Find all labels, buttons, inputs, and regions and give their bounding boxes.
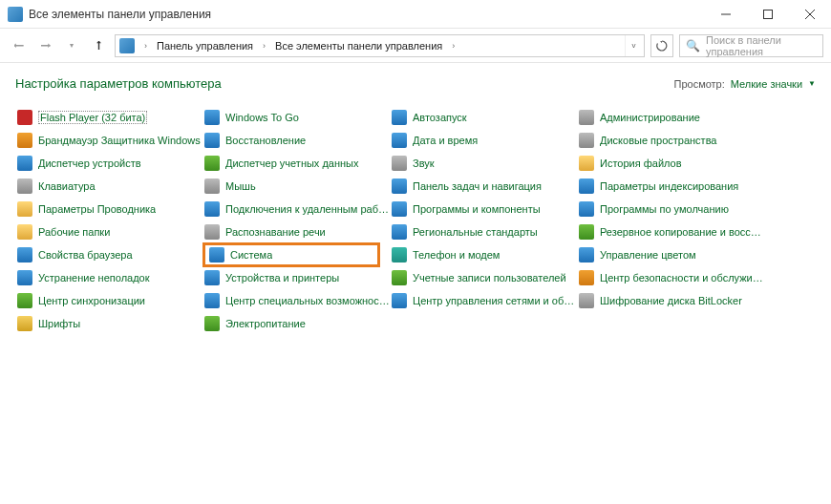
item-programs-features-icon (392, 201, 407, 217)
item-bitlocker[interactable]: Шифрование диска BitLocker (577, 291, 764, 310)
address-bar[interactable]: › Панель управления › Все элементы панел… (115, 34, 645, 57)
recent-dropdown[interactable]: ▾ (61, 35, 82, 56)
item-firewall[interactable]: Брандмауэр Защитника Windows (15, 131, 202, 150)
item-label: Подключения к удаленным рабоч... (225, 203, 390, 215)
item-indexing[interactable]: Параметры индексирования (577, 177, 764, 196)
item-label: Электропитание (225, 318, 306, 329)
item-label: Восстановление (225, 135, 306, 146)
item-explorer-options-icon (17, 201, 32, 217)
item-label: Дисковые пространства (600, 135, 717, 146)
item-power-options[interactable]: Электропитание (202, 314, 390, 333)
item-fonts-icon (17, 316, 32, 331)
content-area: Настройка параметров компьютера Просмотр… (0, 63, 831, 333)
chevron-right-icon[interactable]: › (140, 41, 151, 51)
item-label: Центр синхронизации (38, 295, 145, 306)
window-controls (705, 0, 831, 29)
view-value[interactable]: Мелкие значки (731, 78, 802, 90)
item-ease-of-access[interactable]: Центр специальных возможностей (202, 291, 390, 310)
svg-rect-1 (764, 10, 773, 18)
item-label: Звук (413, 158, 435, 169)
item-ease-of-access-icon (204, 293, 220, 308)
item-phone-modem-icon (392, 247, 407, 262)
navbar: 🠔 🠖 ▾ 🠕 › Панель управления › Все элемен… (0, 29, 831, 63)
item-date-time[interactable]: Дата и время (390, 131, 577, 150)
search-input[interactable]: 🔍 Поиск в панели управления (679, 34, 823, 57)
item-label: Центр управления сетями и общи... (413, 295, 577, 306)
breadcrumb-seg-2[interactable]: Все элементы панели управления (273, 40, 444, 52)
item-speech[interactable]: Распознавание речи (202, 222, 390, 242)
item-credential-manager[interactable]: Диспетчер учетных данных (202, 154, 390, 173)
item-label: Центр специальных возможностей (225, 295, 390, 306)
refresh-button[interactable] (650, 34, 673, 57)
item-work-folders-icon (17, 224, 32, 240)
item-work-folders[interactable]: Рабочие папки (15, 222, 202, 242)
item-admin-tools[interactable]: Администрирование (577, 108, 764, 127)
up-button[interactable]: 🠕 (88, 35, 109, 56)
item-label: Панель задач и навигация (413, 180, 542, 192)
item-mouse[interactable]: Мышь (202, 177, 390, 196)
chevron-right-icon[interactable]: › (259, 41, 269, 51)
item-device-manager-icon (17, 156, 32, 171)
item-windows-to-go[interactable]: Windows To Go (202, 108, 390, 127)
close-button[interactable] (789, 0, 831, 29)
address-dropdown[interactable]: v (625, 35, 642, 56)
item-security-maintenance-icon (579, 270, 594, 285)
chevron-down-icon[interactable]: ▼ (808, 79, 816, 88)
item-taskbar[interactable]: Панель задач и навигация (390, 177, 577, 196)
item-autoplay[interactable]: Автозапуск (390, 108, 577, 127)
item-network-sharing-icon (392, 293, 407, 308)
item-label: Дата и время (413, 135, 478, 146)
item-credential-manager-icon (204, 156, 220, 171)
item-flash-player[interactable]: Flash Player (32 бита) (15, 108, 202, 127)
item-phone-modem[interactable]: Телефон и модем (390, 245, 577, 264)
breadcrumb-seg-1[interactable]: Панель управления (155, 40, 255, 52)
item-explorer-options[interactable]: Параметры Проводника (15, 200, 202, 219)
item-default-programs[interactable]: Программы по умолчанию (577, 200, 764, 219)
item-color-management[interactable]: Управление цветом (577, 245, 764, 264)
search-icon: 🔍 (686, 39, 700, 52)
item-troubleshooting[interactable]: Устранение неполадок (15, 268, 202, 287)
item-label: Диспетчер устройств (38, 158, 141, 169)
control-panel-icon (119, 38, 135, 53)
item-sync-center[interactable]: Центр синхронизации (15, 291, 202, 310)
item-recovery[interactable]: Восстановление (202, 131, 390, 150)
item-backup-icon (579, 224, 594, 240)
item-color-management-icon (579, 247, 594, 262)
item-sound[interactable]: Звук (390, 154, 577, 173)
item-label: Параметры индексирования (600, 180, 738, 192)
item-label: Центр безопасности и обслужив... (600, 272, 764, 284)
item-system[interactable]: Система (202, 242, 380, 267)
item-backup[interactable]: Резервное копирование и восстан... (577, 222, 764, 242)
item-internet-options-icon (17, 247, 32, 262)
back-button[interactable]: 🠔 (8, 35, 29, 56)
item-label: Распознавание речи (225, 226, 326, 238)
item-internet-options[interactable]: Свойства браузера (15, 245, 202, 264)
item-label: Автозапуск (413, 112, 467, 123)
item-default-programs-icon (579, 201, 594, 217)
titlebar: Все элементы панели управления (0, 0, 831, 29)
minimize-button[interactable] (705, 0, 747, 29)
item-user-accounts[interactable]: Учетные записи пользователей (390, 268, 577, 287)
item-security-maintenance[interactable]: Центр безопасности и обслужив... (577, 268, 764, 287)
item-windows-to-go-icon (204, 110, 220, 125)
item-programs-features[interactable]: Программы и компоненты (390, 200, 577, 219)
item-label: Резервное копирование и восстан... (600, 226, 764, 238)
item-keyboard[interactable]: Клавиатура (15, 177, 202, 196)
item-label: Администрирование (600, 112, 700, 123)
item-label: Программы и компоненты (413, 203, 541, 215)
item-label: Мышь (225, 180, 256, 192)
item-label: Учетные записи пользователей (413, 272, 566, 284)
item-fonts[interactable]: Шрифты (15, 314, 202, 333)
item-remote-app[interactable]: Подключения к удаленным рабоч... (202, 200, 390, 219)
item-network-sharing[interactable]: Центр управления сетями и общи... (390, 291, 577, 310)
item-region[interactable]: Региональные стандарты (390, 222, 577, 242)
chevron-right-icon[interactable]: › (448, 41, 458, 51)
item-device-manager[interactable]: Диспетчер устройств (15, 154, 202, 173)
item-sound-icon (392, 156, 407, 171)
item-sync-center-icon (17, 293, 32, 308)
forward-button[interactable]: 🠖 (34, 35, 55, 56)
item-devices-printers[interactable]: Устройства и принтеры (202, 268, 390, 287)
maximize-button[interactable] (747, 0, 789, 29)
item-file-history[interactable]: История файлов (577, 154, 764, 173)
item-storage-spaces[interactable]: Дисковые пространства (577, 131, 764, 150)
